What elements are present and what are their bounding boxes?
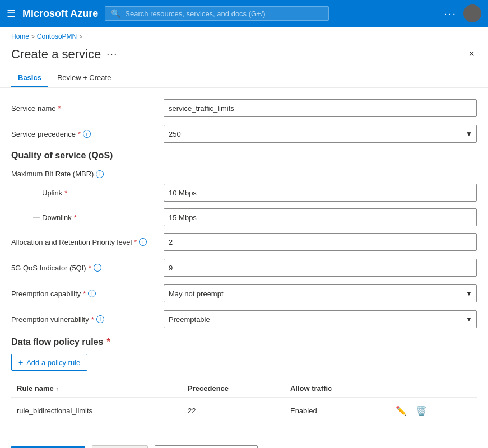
preemption-vuln-row: Preemption vulnerability * i Preemptable… <box>11 310 477 328</box>
uplink-required: * <box>64 189 67 197</box>
sort-icon: ↑ <box>55 386 58 392</box>
fiveqi-label: 5G QoS Indicator (5QI) * i <box>11 264 157 272</box>
delete-icon: 🗑️ <box>416 406 427 416</box>
service-precedence-select-wrapper: 250 ▼ <box>164 125 477 143</box>
preemption-cap-required: * <box>83 290 86 298</box>
downlink-label: Downlink * <box>11 213 157 222</box>
required-star-2: * <box>78 130 81 138</box>
service-name-label: Service name * <box>11 104 157 113</box>
required-star: * <box>58 104 61 113</box>
arp-row: Allocation and Retention Priority level … <box>11 233 477 251</box>
rules-table-body: rule_bidirectional_limits 22 Enabled ✏️ … <box>11 398 477 424</box>
page-header: Create a service ··· × <box>0 44 488 69</box>
mbr-header: Maximum Bit Rate (MBR) i <box>11 170 477 178</box>
azure-title: Microsoft Azure <box>22 8 98 20</box>
service-precedence-select[interactable]: 250 <box>164 125 477 143</box>
qos-section-title: Quality of service (QoS) <box>11 151 477 161</box>
col-precedence: Precedence <box>182 380 285 398</box>
mbr-label: Maximum Bit Rate (MBR) i <box>11 170 157 178</box>
review-create-button[interactable]: Review + Create <box>11 446 85 448</box>
fiveqi-row: 5G QoS Indicator (5QI) * i <box>11 259 477 277</box>
preemption-cap-select-wrapper: May not preempt May preempt ▼ <box>164 284 477 302</box>
rules-table-header: Rule name ↑ Precedence Allow traffic <box>11 380 477 398</box>
policy-rules-section: Data flow policy rules * + Add a policy … <box>11 337 477 424</box>
topnav: ☰ Microsoft Azure 🔍 ··· <box>0 0 488 27</box>
preemption-vuln-label: Preemption vulnerability * i <box>11 315 157 324</box>
cell-precedence: 22 <box>182 398 285 424</box>
fiveqi-info-icon[interactable]: i <box>94 264 101 272</box>
col-allow-traffic: Allow traffic <box>285 380 389 398</box>
arp-input[interactable] <box>164 233 477 251</box>
service-name-row: Service name * <box>11 99 477 117</box>
cell-allow-traffic: Enabled <box>285 398 389 424</box>
cell-actions: ✏️ 🗑️ <box>389 398 477 424</box>
fiveqi-required: * <box>89 264 91 272</box>
page-more-icon[interactable]: ··· <box>106 48 118 60</box>
form-area: Service name * Service precedence * i 25… <box>0 88 488 436</box>
col-rule-name: Rule name ↑ <box>11 380 182 398</box>
policy-section-title: Data flow policy rules * <box>11 337 477 347</box>
preemption-cap-label: Preemption capability * i <box>11 290 157 298</box>
breadcrumb-sep-1: > <box>31 34 35 40</box>
fiveqi-input[interactable] <box>164 259 477 277</box>
downlink-input[interactable] <box>164 208 477 226</box>
preemption-vuln-required: * <box>91 315 94 324</box>
uplink-label: Uplink * <box>11 189 157 197</box>
breadcrumb-parent[interactable]: ContosoPMN <box>37 32 77 40</box>
breadcrumb: Home > ContosoPMN > <box>0 27 488 44</box>
breadcrumb-home[interactable]: Home <box>11 32 29 40</box>
next-button[interactable]: Next : Review + Create > <box>155 445 257 448</box>
previous-button[interactable]: < Previous <box>92 445 148 448</box>
policy-required: * <box>106 337 110 347</box>
page-title: Create a service <box>11 47 101 62</box>
downlink-required: * <box>74 213 77 222</box>
page-header-left: Create a service ··· <box>11 47 118 62</box>
uplink-input[interactable] <box>164 184 477 202</box>
topnav-more-icon[interactable]: ··· <box>444 7 457 20</box>
col-actions <box>389 380 477 398</box>
arp-info-icon[interactable]: i <box>139 238 147 246</box>
uplink-row: Uplink * <box>11 184 477 202</box>
tab-review-create[interactable]: Review + Create <box>50 69 118 87</box>
service-precedence-row: Service precedence * i 250 ▼ <box>11 125 477 143</box>
preemption-cap-info-icon[interactable]: i <box>88 290 96 297</box>
preemption-vuln-info-icon[interactable]: i <box>96 315 104 323</box>
footer: Review + Create < Previous Next : Review… <box>0 436 488 448</box>
delete-button[interactable]: 🗑️ <box>415 404 428 417</box>
service-precedence-label: Service precedence * i <box>11 130 157 138</box>
edit-icon: ✏️ <box>396 406 407 416</box>
hamburger-icon[interactable]: ☰ <box>7 7 16 20</box>
preemption-cap-select[interactable]: May not preempt May preempt <box>164 284 477 302</box>
service-name-input[interactable] <box>164 99 477 117</box>
table-row: rule_bidirectional_limits 22 Enabled ✏️ … <box>11 398 477 424</box>
tabs: Basics Review + Create <box>0 69 488 88</box>
preemption-vuln-select-wrapper: Preemptable Not preemptable ▼ <box>164 310 477 328</box>
arp-required: * <box>134 238 137 246</box>
cell-rule-name: rule_bidirectional_limits <box>11 398 182 424</box>
rules-table: Rule name ↑ Precedence Allow traffic rul… <box>11 380 477 424</box>
edit-button[interactable]: ✏️ <box>394 404 408 417</box>
tab-basics[interactable]: Basics <box>11 69 48 87</box>
avatar[interactable] <box>463 4 481 22</box>
service-precedence-info-icon[interactable]: i <box>83 130 91 138</box>
breadcrumb-sep-2: > <box>79 34 82 40</box>
add-policy-rule-button[interactable]: + Add a policy rule <box>11 354 87 371</box>
preemption-cap-row: Preemption capability * i May not preemp… <box>11 284 477 302</box>
search-icon: 🔍 <box>111 9 120 18</box>
plus-icon: + <box>18 358 23 367</box>
search-bar[interactable]: 🔍 <box>105 6 329 21</box>
search-input[interactable] <box>125 10 323 18</box>
downlink-row: Downlink * <box>11 208 477 226</box>
topnav-right: ··· <box>444 4 481 22</box>
content-wrapper: Home > ContosoPMN > Create a service ···… <box>0 27 488 448</box>
mbr-info-icon[interactable]: i <box>96 170 104 178</box>
preemption-vuln-select[interactable]: Preemptable Not preemptable <box>164 310 477 328</box>
close-button[interactable]: × <box>466 46 477 62</box>
arp-label: Allocation and Retention Priority level … <box>11 238 157 246</box>
